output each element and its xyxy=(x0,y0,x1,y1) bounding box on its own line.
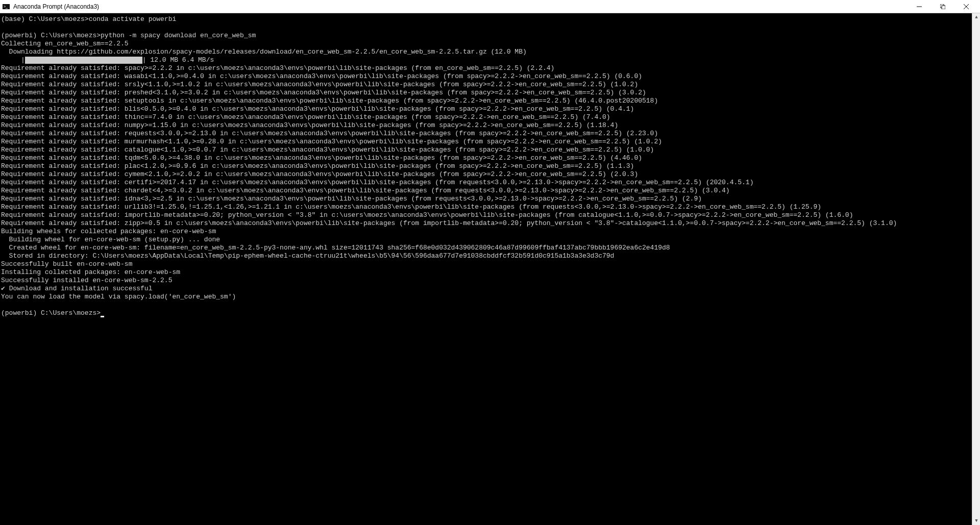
installed-success: Successfully installed en-core-web-sm-2.… xyxy=(1,277,172,284)
requirement-line: Requirement already satisfied: plac<1.2.… xyxy=(1,162,634,170)
requirement-line: Requirement already satisfied: setuptool… xyxy=(1,97,658,105)
scroll-down-arrow-icon[interactable]: ▼ xyxy=(972,517,980,525)
requirement-line: Requirement already satisfied: chardet<4… xyxy=(1,187,730,194)
requirement-line: Requirement already satisfied: spacy>=2.… xyxy=(1,64,554,72)
downloading-line: Downloading https://github.com/explosion… xyxy=(1,48,527,56)
minimize-button[interactable] xyxy=(908,0,931,13)
requirement-line: Requirement already satisfied: preshed<3… xyxy=(1,89,646,96)
requirement-line: Requirement already satisfied: requests<… xyxy=(1,130,658,137)
command-activate: conda activate powerbi xyxy=(89,15,177,23)
window-title: Anaconda Prompt (Anaconda3) xyxy=(13,3,99,10)
command-spacy-download: python -m spacy download en_core_web_sm xyxy=(101,32,256,39)
app-icon: >_ xyxy=(2,3,10,11)
requirement-line: Requirement already satisfied: urllib3!=… xyxy=(1,203,821,211)
building-header: Building wheels for collected packages: … xyxy=(1,228,216,235)
maximize-button[interactable] xyxy=(931,0,954,13)
building-wheel: Building wheel for en-core-web-sm (setup… xyxy=(1,236,220,243)
created-wheel: Created wheel for en-core-web-sm: filena… xyxy=(1,244,670,252)
prompt-final: (powerbi) C:\Users\moezs> xyxy=(1,309,101,317)
progress-suffix: | 12.0 MB 6.4 MB/s xyxy=(142,56,214,64)
requirement-line: Requirement already satisfied: murmurhas… xyxy=(1,138,662,145)
built-success: Successfully built en-core-web-sm xyxy=(1,260,132,268)
terminal-output[interactable]: (base) C:\Users\moezs>conda activate pow… xyxy=(0,13,972,525)
requirement-line: Requirement already satisfied: numpy>=1.… xyxy=(1,121,618,129)
close-button[interactable] xyxy=(954,0,978,13)
requirement-line: Requirement already satisfied: thinc==7.… xyxy=(1,113,610,121)
scroll-track[interactable] xyxy=(972,21,980,517)
download-success: ✔ Download and installation successful xyxy=(1,285,152,292)
requirement-line: Requirement already satisfied: srsly<1.1… xyxy=(1,81,638,88)
stored-dir: Stored in directory: C:\Users\moezs\AppD… xyxy=(1,252,614,260)
collecting-line: Collecting en_core_web_sm==2.2.5 xyxy=(1,40,129,47)
requirement-line: Requirement already satisfied: idna<3,>=… xyxy=(1,195,702,203)
prompt-base: (base) C:\Users\moezs> xyxy=(1,15,89,23)
requirement-line: Requirement already satisfied: cymem<2.1… xyxy=(1,170,638,178)
svg-rect-5 xyxy=(942,6,945,9)
requirement-line: Requirement already satisfied: tqdm<5.0.… xyxy=(1,154,642,162)
progress-prefix: | xyxy=(1,56,25,64)
requirement-line: Requirement already satisfied: wasabi<1.… xyxy=(1,72,642,80)
requirement-line: Requirement already satisfied: blis<0.5.… xyxy=(1,105,634,113)
requirement-line: Requirement already satisfied: catalogue… xyxy=(1,146,654,154)
requirement-line: Requirement already satisfied: certifi>=… xyxy=(1,179,753,186)
prompt-powerbi: (powerbi) C:\Users\moezs> xyxy=(1,32,101,39)
svg-text:>_: >_ xyxy=(4,5,8,9)
scrollbar-vertical[interactable]: ▲ ▼ xyxy=(972,13,980,525)
scroll-up-arrow-icon[interactable]: ▲ xyxy=(972,13,980,21)
installing-line: Installing collected packages: en-core-w… xyxy=(1,268,180,276)
cursor xyxy=(101,316,104,317)
progress-bar xyxy=(25,57,142,64)
titlebar[interactable]: >_ Anaconda Prompt (Anaconda3) xyxy=(0,0,980,13)
load-hint: You can now load the model via spacy.loa… xyxy=(1,293,236,301)
requirement-line: Requirement already satisfied: zipp>=0.5… xyxy=(1,219,897,227)
requirement-line: Requirement already satisfied: importlib… xyxy=(1,211,853,219)
